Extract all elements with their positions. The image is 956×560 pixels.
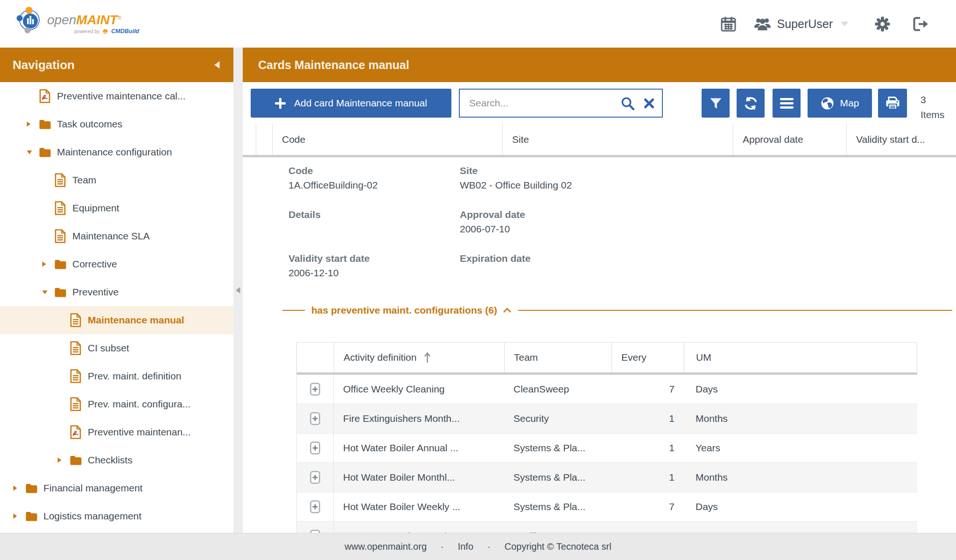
field-value	[288, 224, 485, 235]
search-input[interactable]	[460, 98, 620, 109]
sidebar-item-maintenance-sla[interactable]: Maintenance SLA	[0, 222, 233, 250]
tree-collapsed-arrow-icon[interactable]	[13, 485, 25, 491]
filter-button[interactable]	[702, 89, 730, 118]
sidebar-item-equipment[interactable]: Equipment	[0, 194, 233, 222]
tree-expanded-arrow-icon[interactable]	[42, 290, 54, 295]
caret-down-icon	[840, 21, 849, 27]
info-link[interactable]: Info	[458, 541, 473, 552]
card-details-right-column: SiteWB02 - Office Building 02Approval da…	[460, 165, 656, 297]
openmaint-app: openMAINT® powered by CMDBuild SuperUser	[0, 0, 956, 560]
subtable-column-header-activity-definition[interactable]: Activity definition	[334, 343, 504, 372]
brand-maint: MAINT	[76, 13, 118, 27]
print-button[interactable]	[878, 89, 907, 118]
grid-column-header-code[interactable]: Code	[272, 124, 502, 155]
subtable-expand-column-header	[296, 343, 334, 372]
expand-row-icon[interactable]	[310, 412, 320, 425]
refresh-button[interactable]	[737, 89, 765, 118]
plus-icon	[275, 98, 286, 109]
section-title: has preventive maint. configurations (6)	[311, 305, 497, 316]
add-card-button[interactable]: Add card Maintenance manual	[251, 89, 451, 118]
team-cell: Security	[504, 413, 612, 424]
clear-search-icon[interactable]	[643, 98, 655, 109]
column-header-label: Team	[514, 352, 538, 363]
configurations-table: Activity definitionTeamEveryUM Office We…	[296, 342, 917, 533]
user-menu[interactable]: SuperUser	[754, 17, 850, 31]
table-row[interactable]: Hot Water Boiler Annual ...Systems & Pla…	[296, 434, 917, 463]
configurations-table-body: Office Weekly CleaningCleanSweep7DaysFir…	[296, 375, 917, 533]
sidebar-item-logistics-management[interactable]: Logistics management	[0, 502, 233, 530]
sidebar-item-label: Logistics management	[43, 511, 141, 522]
table-row[interactable]: Fire Extinguishers Month...Security1Mont…	[296, 404, 917, 434]
pdf-icon	[38, 89, 51, 103]
um-cell: Days	[684, 501, 917, 512]
sidebar-item-preventive[interactable]: Preventive	[0, 278, 233, 306]
um-cell: Months	[684, 413, 917, 424]
grid-column-header-validity-start-d[interactable]: Validity start d...	[846, 124, 956, 155]
field-value: 2006-12-10	[288, 267, 485, 279]
users-icon	[754, 17, 771, 31]
document-icon	[69, 313, 82, 327]
tree-collapsed-arrow-icon[interactable]	[42, 261, 54, 267]
table-row[interactable]: Heaters Annual InspectionFacility1Years	[296, 522, 917, 533]
table-row[interactable]: Office Weekly CleaningCleanSweep7Days	[296, 375, 917, 404]
preventive-configurations-section-header[interactable]: has preventive maint. configurations (6)	[282, 302, 952, 319]
row-expand-cell	[296, 375, 334, 404]
field-value: 2006-07-10	[460, 224, 656, 235]
globe-icon	[821, 97, 834, 110]
sidebar-item-task-outcomes[interactable]: Task outcomes	[0, 110, 233, 138]
tree-collapsed-arrow-icon[interactable]	[26, 121, 38, 127]
map-button[interactable]: Map	[808, 89, 872, 118]
subtable-column-header-um[interactable]: UM	[684, 343, 917, 372]
sidebar-item-ci-subset[interactable]: CI subset	[0, 334, 233, 362]
row-expand-cell	[296, 404, 334, 433]
field-value: 1A.OfficeBuilding-02	[288, 180, 485, 191]
sidebar-item-preventive-maintenance-cal[interactable]: Preventive maintenance cal...	[0, 82, 233, 110]
subtable-column-header-team[interactable]: Team	[504, 343, 612, 372]
expand-row-icon[interactable]	[310, 500, 320, 513]
grid-column-header-approval-date[interactable]: Approval date	[733, 124, 846, 155]
expand-row-icon[interactable]	[310, 441, 320, 455]
calendar-icon[interactable]	[721, 16, 736, 32]
sidebar-item-preventive-maintenan[interactable]: Preventive maintenan...	[0, 418, 233, 446]
openmaint-link[interactable]: www.openmaint.org	[344, 541, 427, 552]
expand-row-icon[interactable]	[310, 383, 320, 396]
sidebar-item-prev-maint-definition[interactable]: Prev. maint. definition	[0, 362, 233, 390]
expand-row-icon[interactable]	[310, 471, 320, 484]
tree-collapsed-arrow-icon[interactable]	[13, 513, 25, 519]
column-header-label: UM	[696, 352, 711, 363]
gear-icon[interactable]	[874, 16, 891, 32]
topbar: openMAINT® powered by CMDBuild SuperUser	[0, 0, 956, 48]
brand-name: openMAINT®	[47, 11, 139, 27]
document-icon	[54, 173, 67, 187]
logout-icon[interactable]	[913, 17, 929, 31]
grid-column-header-site[interactable]: Site	[502, 124, 733, 155]
sidebar-item-team[interactable]: Team	[0, 166, 233, 194]
team-cell: Systems & Pla...	[504, 472, 612, 483]
tree-collapsed-arrow-icon[interactable]	[57, 457, 69, 463]
every-cell: 7	[612, 492, 684, 521]
sidebar-item-maintenance-configuration[interactable]: Maintenance configuration	[0, 138, 233, 166]
card-field-code: Code1A.OfficeBuilding-02	[288, 165, 485, 209]
sidebar-item-label: Corrective	[72, 259, 117, 270]
expand-row-icon[interactable]	[310, 530, 320, 533]
sidebar-item-corrective[interactable]: Corrective	[0, 250, 233, 278]
sidebar-item-checklists[interactable]: Checklists	[0, 446, 233, 474]
sidebar-item-financial-management[interactable]: Financial management	[0, 474, 233, 502]
grid-menu-button[interactable]	[773, 89, 801, 118]
sidebar-collapse-icon[interactable]	[213, 61, 220, 70]
tree-expanded-arrow-icon[interactable]	[26, 150, 38, 155]
pdf-icon	[69, 425, 82, 439]
table-row[interactable]: Hot Water Boiler Weekly ...Systems & Pla…	[296, 492, 917, 522]
subtable-column-header-every[interactable]: Every	[612, 343, 684, 372]
activity-definition-cell: Office Weekly Cleaning	[334, 384, 504, 395]
search-icon[interactable]	[620, 96, 635, 111]
sidebar-item-maintenance-manual[interactable]: Maintenance manual	[0, 306, 233, 334]
sidebar-item-prev-maint-configura[interactable]: Prev. maint. configura...	[0, 390, 233, 418]
openmaint-logo[interactable]: openMAINT® powered by CMDBuild	[16, 6, 139, 35]
every-cell: 1	[612, 463, 684, 492]
document-icon	[69, 369, 82, 383]
panel-splitter[interactable]	[233, 48, 243, 533]
chevron-up-icon[interactable]	[503, 308, 512, 313]
table-row[interactable]: Hot Water Boiler Monthl...Systems & Pla.…	[296, 463, 917, 492]
splitter-collapse-icon[interactable]	[235, 287, 241, 294]
